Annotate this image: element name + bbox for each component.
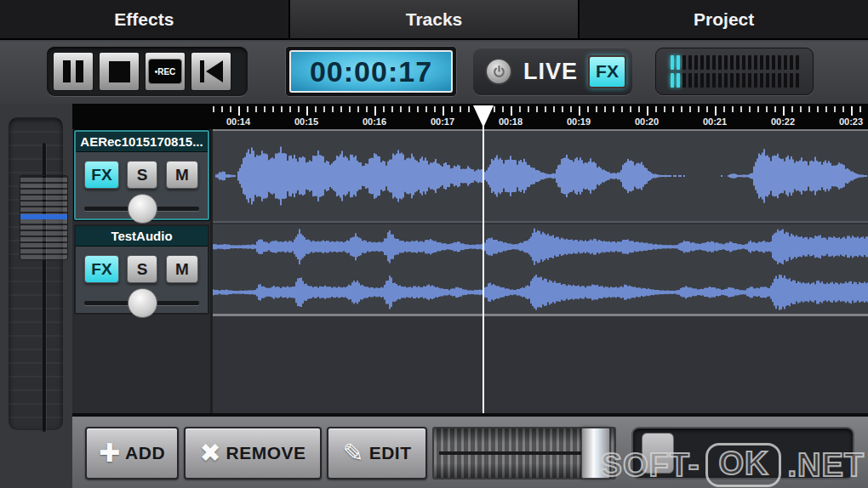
- track-solo-button[interactable]: S: [127, 161, 157, 189]
- timeline-ruler[interactable]: 00:1400:1500:1600:1700:1800:1900:2000:21…: [72, 104, 868, 129]
- skip-to-start-icon: [200, 60, 204, 82]
- track-volume-knob[interactable]: [128, 194, 157, 224]
- edit-button[interactable]: ✎ EDIT: [327, 427, 427, 479]
- live-panel: LIVE FX: [473, 48, 632, 95]
- transport-group: •REC: [47, 47, 248, 96]
- master-fader-panel: [0, 104, 72, 488]
- tab-bar: Effects Tracks Project: [0, 0, 868, 40]
- stop-icon: [109, 61, 130, 82]
- track-header-1[interactable]: AERec1015170815... FX S M: [74, 130, 209, 220]
- live-label: LIVE: [523, 59, 578, 85]
- track-fx-button[interactable]: FX: [84, 255, 119, 283]
- track-volume-knob[interactable]: [128, 288, 157, 318]
- level-meter-segments: [671, 55, 799, 88]
- track-solo-button[interactable]: S: [127, 255, 157, 283]
- tab-tracks[interactable]: Tracks: [290, 0, 580, 38]
- time-display-value: 00:00:17: [310, 55, 432, 88]
- power-button[interactable]: [485, 58, 512, 85]
- track-header-2[interactable]: TestAudio FX S M: [74, 224, 209, 315]
- fader-handle-stripe: [20, 214, 67, 219]
- waveform-svg-2: [213, 224, 868, 314]
- record-icon: •REC: [148, 59, 182, 84]
- x-icon: ✖: [199, 440, 220, 466]
- remove-button[interactable]: ✖ REMOVE: [184, 427, 322, 479]
- tab-project[interactable]: Project: [580, 0, 868, 38]
- power-icon: [492, 65, 506, 79]
- track-fx-button[interactable]: FX: [84, 161, 119, 189]
- waveform-svg-1: [213, 131, 868, 221]
- pencil-icon: ✎: [343, 440, 364, 466]
- track-volume-slider[interactable]: [84, 301, 199, 305]
- zoom-slider[interactable]: [432, 427, 616, 479]
- pause-button[interactable]: [53, 52, 94, 91]
- ruler-ticks: 00:1400:1500:1600:1700:1800:1900:2000:21…: [213, 104, 868, 129]
- track-volume-slider[interactable]: [84, 207, 199, 211]
- app-window: Effects Tracks Project •REC 00:00:17: [0, 0, 868, 488]
- level-meter: [655, 48, 814, 95]
- watermark-text: SOFT-: [601, 447, 700, 484]
- track-name-label: AERec1015170815...: [76, 132, 208, 152]
- fader-handle[interactable]: [20, 175, 68, 260]
- add-button[interactable]: ✚ ADD: [85, 427, 179, 479]
- waveform-area: [213, 129, 868, 413]
- time-display: 00:00:17: [285, 46, 457, 97]
- track-mute-button[interactable]: M: [166, 161, 198, 189]
- track-mute-button[interactable]: M: [166, 255, 198, 283]
- record-button[interactable]: •REC: [145, 52, 186, 91]
- track-name-label: TestAudio: [76, 226, 208, 247]
- track-waveform-2[interactable]: [213, 224, 868, 316]
- track-header-column: AERec1015170815... FX S M TestAudio FX S…: [72, 129, 213, 413]
- playhead-marker[interactable]: [473, 105, 494, 128]
- plus-icon: ✚: [99, 440, 120, 466]
- fx-toggle-button[interactable]: FX: [588, 55, 626, 88]
- skip-to-start-button[interactable]: [191, 52, 231, 91]
- fader-track: [9, 117, 63, 430]
- track-waveform-1[interactable]: [213, 129, 868, 223]
- playhead-line: [483, 105, 484, 413]
- tab-effects[interactable]: Effects: [0, 0, 290, 38]
- stop-button[interactable]: [99, 52, 140, 91]
- toolbar: •REC 00:00:17 LIVE FX: [0, 42, 868, 104]
- watermark: SOFT-OK.NET: [601, 445, 865, 485]
- pause-icon: [63, 60, 71, 82]
